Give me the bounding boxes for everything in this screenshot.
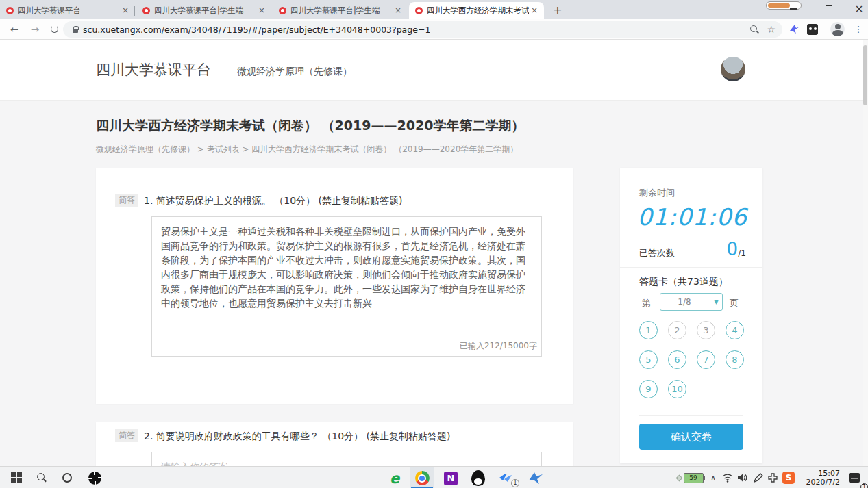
clock-date: 2020/7/2 [806,478,840,487]
page-zoom-icon[interactable] [749,24,760,35]
page-suffix-label: 页 [730,297,739,309]
tab-title: 四川大学慕课平台 [18,5,120,16]
question-1-answer-input[interactable]: 贸易保护主义是一种通过关税和各种非关税壁垒限制进口，从而保护国内产业，免受外国商… [152,217,541,335]
page-select-dropdown[interactable]: 1/8 ▼ [660,293,723,311]
pinwheel-app-icon[interactable] [84,467,106,488]
cross-tray-icon[interactable] [765,467,781,488]
tab-title: 四川大学西方经济学期末考试（ [427,5,529,16]
back-button[interactable]: ← [7,22,22,37]
question-2-answer-input[interactable] [152,452,541,466]
site-favicon-icon [279,7,286,14]
page-scrollbar[interactable] [863,40,868,466]
blue-bird-icon [528,472,543,485]
breadcrumb[interactable]: 微观经济学原理（先修课） > 考试列表 > 四川大学西方经济学期末考试（闭卷） … [96,144,518,155]
wifi-icon[interactable] [719,467,736,488]
tab-close-icon[interactable]: × [120,5,131,16]
notification-count-badge: 1 [860,483,868,488]
question-number-9[interactable]: 9 [639,380,658,398]
tab-1[interactable]: 四川大学慕课平台 × [0,2,135,19]
question-number-8[interactable]: 8 [726,350,744,369]
start-button[interactable] [5,467,27,488]
extension-icon-tampermonkey[interactable] [807,24,818,35]
forward-button[interactable]: → [27,22,42,37]
question-2-text: 2. 简要说明政府财政政策的工具有哪些？ （10分） (禁止复制粘贴答题) [144,431,450,443]
address-bar[interactable]: scu.xuetangx.com/exam/34048/71195/#/pape… [63,21,782,38]
new-tab-button[interactable]: + [549,3,566,19]
onenote-taskbar-icon[interactable]: N [438,467,463,488]
tab-close-icon[interactable]: × [393,5,404,16]
countdown-timer: 01:01:06 [620,203,747,231]
url-text[interactable]: scu.xuetangx.com/exam/34048/71195/#/pape… [83,25,749,35]
char-count: 已输入212/15000字 [457,340,537,352]
tab-close-icon[interactable]: × [256,5,267,16]
battery-percent: 59 [684,473,704,483]
tab-title: 四川大学慕课平台|学生端 [154,5,256,16]
user-avatar[interactable] [721,57,745,81]
window-minimize-button[interactable] [780,0,807,18]
question-number-3[interactable]: 3 [697,321,715,339]
tab-close-icon[interactable]: × [529,5,540,16]
page-select-value: 1/8 [660,297,708,307]
window-maximize-button[interactable] [815,0,843,18]
question-number-5[interactable]: 5 [639,350,658,369]
remaining-time-label: 剩余时间 [639,187,675,199]
submit-exam-button[interactable]: 确认交卷 [639,424,743,450]
tab-strip: 四川大学慕课平台 × 四川大学慕课平台|学生端 × 四川大学慕课平台|学生端 ×… [0,0,868,19]
unread-badge: 1 [511,479,519,487]
question-type-badge: 简答 [115,429,138,442]
qq-penguin-icon [471,470,485,486]
divider [620,267,762,268]
answered-row: 已答次数 0 /1 [639,239,746,262]
platform-title[interactable]: 四川大学慕课平台 [96,60,211,79]
site-header: 四川大学慕课平台 微观经济学原理（先修课） [0,40,868,101]
taskbar-search-icon[interactable] [30,467,52,488]
qq-taskbar-icon[interactable] [466,467,491,488]
question-number-1[interactable]: 1 [639,321,658,339]
question-number-2[interactable]: 2 [668,321,686,339]
screen: 四川大学慕课平台 × 四川大学慕课平台|学生端 × 四川大学慕课平台|学生端 ×… [0,0,868,488]
chrome-taskbar-icon-active[interactable] [410,467,434,488]
notification-bubble-icon [849,473,860,483]
bookmark-star-icon[interactable]: ☆ [767,24,776,35]
tray-chevron-up-icon[interactable]: ∧ [706,467,721,488]
bird-app-taskbar-icon[interactable] [523,467,548,488]
clock-time: 15:07 [818,469,840,478]
sogou-input-icon[interactable]: S [780,467,797,488]
question-2-card: 简答 2. 简要说明政府财政政策的工具有哪些？ （10分） (禁止复制粘贴答题) [96,422,573,466]
tab-3[interactable]: 四川大学慕课平台|学生端 × [273,2,408,19]
question-number-4[interactable]: 4 [726,321,744,339]
notification-center-icon[interactable]: 1 [844,467,865,488]
volume-icon[interactable] [734,467,751,488]
messenger-taskbar-icon[interactable]: 1 [493,467,518,488]
question-1-text: 1. 简述贸易保护主义的根源。 （10分） (禁止复制粘贴答题) [144,195,402,207]
tab-separator [134,6,135,16]
taskbar-clock[interactable]: 15:07 2020/7/2 [799,467,841,488]
scrollbar-thumb[interactable] [863,45,867,105]
question-2-answer-box [151,452,542,466]
window-close-button[interactable]: × [845,0,868,18]
tab-4-active[interactable]: 四川大学西方经济学期末考试（ × [409,2,544,19]
question-number-6[interactable]: 6 [668,350,686,369]
question-type-badge: 简答 [115,194,138,207]
tab-2[interactable]: 四川大学慕课平台|学生端 × [136,2,271,19]
question-1-card: 简答 1. 简述贸易保护主义的根源。 （10分） (禁止复制粘贴答题) 贸易保护… [96,168,573,404]
answer-card-title: 答题卡（共73道题） [639,276,728,288]
course-name[interactable]: 微观经济学原理（先修课） [237,66,352,78]
ie-taskbar-icon[interactable]: e [382,467,407,488]
reload-button[interactable] [47,22,62,37]
question-number-7[interactable]: 7 [697,350,715,369]
answered-count-value: 0 [726,239,738,259]
question-number-10[interactable]: 10 [668,380,686,398]
pen-tray-icon[interactable] [749,467,766,488]
browser-profile-avatar[interactable] [830,22,845,36]
lock-icon [73,29,78,33]
divider [639,415,743,416]
cortana-icon[interactable] [56,467,78,488]
exam-title: 四川大学西方经济学期末考试（闭卷） （2019——2020学年第二学期） [96,117,524,135]
browser-menu-icon[interactable]: ⋮ [852,22,865,37]
question-1-answer-box: 贸易保护主义是一种通过关税和各种非关税壁垒限制进口，从而保护国内产业，免受外国商… [151,216,542,357]
page-prefix-label: 第 [642,297,651,309]
extension-icon-blue[interactable] [789,24,800,35]
answered-count-label: 已答次数 [639,247,675,259]
battery-indicator[interactable]: 59 [675,467,705,488]
